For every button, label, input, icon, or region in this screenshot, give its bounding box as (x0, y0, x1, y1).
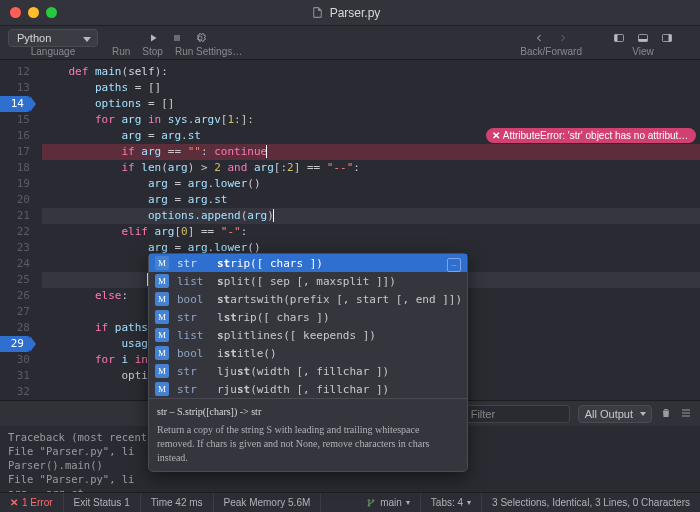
code-line[interactable]: if arg == "": continue (42, 144, 700, 160)
code-line[interactable]: paths = [] (42, 80, 700, 96)
back-button[interactable] (528, 28, 550, 48)
code-line[interactable]: if len(arg) > 2 and arg[:2] == "--": (42, 160, 700, 176)
code-line[interactable]: arg = arg.lower() (42, 176, 700, 192)
menu-icon (680, 407, 692, 419)
maximize-window-button[interactable] (46, 7, 57, 18)
kind-badge: M (155, 364, 169, 378)
output-scope-value: All Output (585, 408, 633, 420)
status-errors[interactable]: 1 Error (0, 493, 64, 512)
status-memory[interactable]: Peak Memory 5.6M (214, 493, 322, 512)
language-selector[interactable]: Python (8, 29, 98, 47)
panel-left-icon (613, 32, 625, 44)
code-line[interactable]: for arg in sys.argv[1:]: (42, 112, 700, 128)
code-line[interactable]: def main(self): (42, 64, 700, 80)
svg-rect-0 (174, 35, 180, 41)
signature: istitle() (217, 347, 461, 360)
code-line[interactable]: options.append(arg) (42, 208, 700, 224)
line-number[interactable]: 22 (0, 224, 30, 240)
line-number[interactable]: 25 (0, 272, 30, 288)
signature: startswith(prefix [, start [, end ]]) (217, 293, 461, 306)
autocomplete-item[interactable]: Mstrljust(width [, fillchar ]) (149, 362, 467, 380)
gear-icon (194, 32, 206, 44)
line-number[interactable]: 30 (0, 352, 30, 368)
kind-badge: M (155, 382, 169, 396)
line-number[interactable]: 29 (0, 336, 30, 352)
autocomplete-item[interactable]: Mstrstrip([ chars ]) (149, 254, 467, 272)
run-button[interactable] (142, 28, 164, 48)
run-settings-button[interactable] (190, 28, 212, 48)
return-type: list (177, 275, 209, 288)
stop-button[interactable] (166, 28, 188, 48)
line-number[interactable]: 31 (0, 368, 30, 384)
console-menu-button[interactable] (680, 407, 692, 421)
line-number[interactable]: 26 (0, 288, 30, 304)
view-sidebar-button[interactable] (608, 28, 630, 48)
return-type: str (177, 257, 209, 270)
line-number[interactable]: 16 (0, 128, 30, 144)
line-number[interactable]: 32 (0, 384, 30, 400)
autocomplete-expand-icon[interactable]: ⋯ (447, 258, 461, 272)
view-bottom-button[interactable] (632, 28, 654, 48)
line-number[interactable]: 19 (0, 176, 30, 192)
clear-console-button[interactable] (660, 407, 672, 421)
inline-error-badge[interactable]: AttributeError: 'str' object has no attr… (486, 128, 696, 143)
line-number[interactable]: 21 (0, 208, 30, 224)
status-bar: 1 Error Exit Status 1 Time 42 ms Peak Me… (0, 492, 700, 512)
line-number[interactable]: 15 (0, 112, 30, 128)
status-selection[interactable]: 3 Selections, Identical, 3 Lines, 0 Char… (482, 493, 700, 512)
play-icon (147, 32, 159, 44)
line-number[interactable]: 12 (0, 64, 30, 80)
status-time[interactable]: Time 42 ms (141, 493, 214, 512)
autocomplete-item[interactable]: Mlistsplit([ sep [, maxsplit ]]) (149, 272, 467, 290)
forward-button[interactable] (552, 28, 574, 48)
svg-rect-6 (669, 35, 672, 42)
line-number[interactable]: 24 (0, 256, 30, 272)
line-number[interactable]: 18 (0, 160, 30, 176)
window-controls (10, 7, 57, 18)
close-window-button[interactable] (10, 7, 21, 18)
line-number[interactable]: 17 (0, 144, 30, 160)
autocomplete-item[interactable]: Mlistsplitlines([ keepends ]) (149, 326, 467, 344)
autocomplete-item[interactable]: Mboolistitle() (149, 344, 467, 362)
code-line[interactable]: arg = arg.st (42, 192, 700, 208)
autocomplete-item[interactable]: Mstrlstrip([ chars ]) (149, 308, 467, 326)
signature: splitlines([ keepends ]) (217, 329, 461, 342)
line-number[interactable]: 20 (0, 192, 30, 208)
code-line[interactable]: options = [] (42, 96, 700, 112)
status-exit[interactable]: Exit Status 1 (64, 493, 141, 512)
console-line: File "Parser.py", li (8, 472, 692, 486)
minimize-window-button[interactable] (28, 7, 39, 18)
autocomplete-list[interactable]: Mstrstrip([ chars ])Mlistsplit([ sep [, … (149, 254, 467, 398)
line-number[interactable]: 27 (0, 304, 30, 320)
output-scope-selector[interactable]: All Output (578, 405, 652, 423)
line-number[interactable]: 23 (0, 240, 30, 256)
chevron-left-icon (533, 32, 545, 44)
kind-badge: M (155, 256, 169, 270)
autocomplete-popup[interactable]: ⋯ Mstrstrip([ chars ])Mlistsplit([ sep [… (148, 253, 468, 472)
view-right-button[interactable] (656, 28, 678, 48)
signature: lstrip([ chars ]) (217, 311, 461, 324)
line-number[interactable]: 14 (0, 96, 30, 112)
status-branch[interactable]: main ▾ (356, 493, 421, 512)
line-number[interactable]: 13 (0, 80, 30, 96)
autocomplete-item[interactable]: Mboolstartswith(prefix [, start [, end ]… (149, 290, 467, 308)
line-number[interactable]: 28 (0, 320, 30, 336)
status-tabs[interactable]: Tabs: 4 ▾ (421, 493, 482, 512)
language-label: Language (31, 46, 76, 57)
chevron-down-icon: ▾ (467, 498, 471, 507)
document-icon (311, 6, 324, 19)
autocomplete-item[interactable]: Mstrrjust(width [, fillchar ]) (149, 380, 467, 398)
stop-icon (171, 32, 183, 44)
trash-icon (660, 407, 672, 419)
view-label: View (632, 46, 654, 57)
editor[interactable]: 1213141516171819202122232425262728293031… (0, 60, 700, 400)
signature: rjust(width [, fillchar ]) (217, 383, 461, 396)
kind-badge: M (155, 310, 169, 324)
code-line[interactable]: elif arg[0] == "-": (42, 224, 700, 240)
signature: strip([ chars ]) (217, 257, 461, 270)
window-title-text: Parser.py (330, 6, 381, 20)
panel-bottom-icon (637, 32, 649, 44)
titlebar: Parser.py (0, 0, 700, 26)
line-gutter[interactable]: 1213141516171819202122232425262728293031… (0, 60, 36, 400)
panel-right-icon (661, 32, 673, 44)
